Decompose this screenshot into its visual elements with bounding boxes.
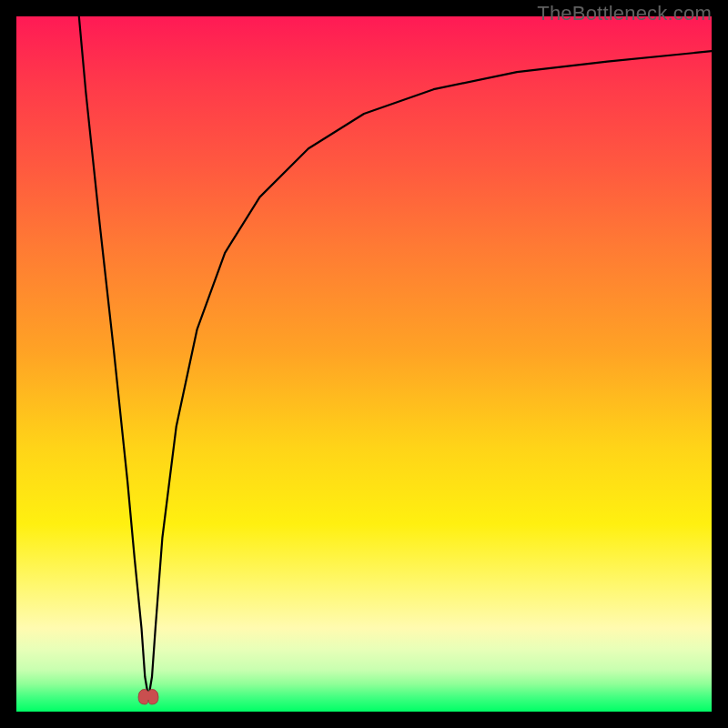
chart-frame: TheBottleneck.com bbox=[0, 0, 728, 728]
watermark-text: TheBottleneck.com bbox=[537, 2, 712, 25]
bottleneck-curve bbox=[16, 16, 712, 712]
plot-area bbox=[16, 16, 712, 712]
